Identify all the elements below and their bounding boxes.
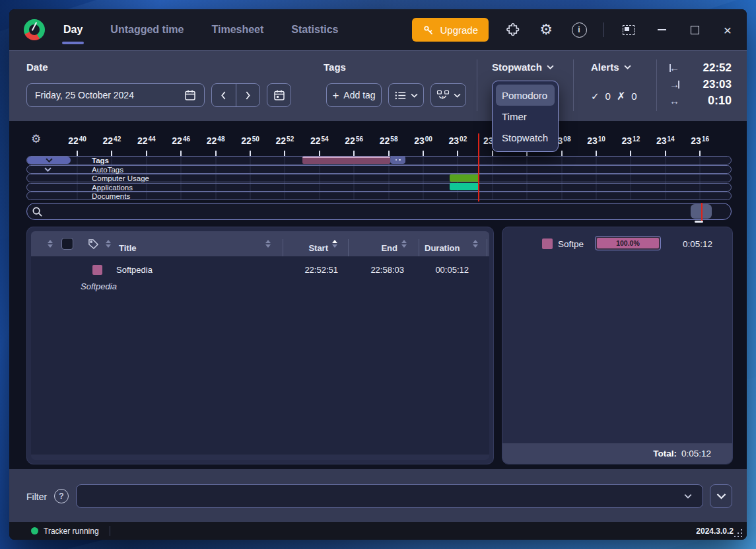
start-time-icon: ← [670,62,679,73]
tag-summary-panel: Softpe 100.0% 0:05:12 Total: 0:05:12 [502,227,733,464]
total-active-time: 0:10 [708,94,732,108]
tag-column-icon[interactable] [88,238,99,250]
tag-activity-bar[interactable] [302,157,390,164]
select-all-checkbox[interactable] [61,238,73,250]
sort-end-column[interactable] [401,240,407,248]
timeline-lane-computer-usage[interactable]: Computer Usage [26,174,732,182]
filter-expand-button[interactable] [710,484,732,508]
plus-icon: + [332,90,339,101]
minimize-button[interactable] [653,21,670,38]
application-activity-bar[interactable] [450,183,479,190]
upgrade-button[interactable]: Upgrade [412,18,489,42]
resize-grip[interactable] [741,529,743,531]
stopwatch-menu-button[interactable]: Stopwatch [492,61,554,73]
lane-label: Documents [92,192,130,200]
settings-gear-icon[interactable]: ⚙ [537,21,555,38]
app-version: 2024.3.0.2 [696,527,734,536]
info-icon[interactable]: i [570,21,588,38]
chevron-down-icon [624,65,631,69]
tab-statistics[interactable]: Statistics [291,24,338,36]
group-label: Softpedia [81,281,117,291]
chevron-down-icon[interactable] [44,167,52,172]
column-divider [419,239,419,256]
end-time-icon: → [670,79,679,90]
activity-table-panel: Title Start End Duration Softpedia 22:52… [26,227,494,464]
column-duration[interactable]: Duration [425,243,460,253]
timer-badge[interactable] [390,156,405,164]
maximize-button[interactable] [686,21,703,38]
tab-timesheet[interactable]: Timesheet [211,24,263,36]
filter-history-chevron-icon[interactable] [684,494,692,499]
transform-tags-icon: f [436,90,450,100]
filter-input[interactable] [76,484,703,508]
overview-current-time-line [701,203,703,221]
auto-tag-button[interactable]: f [430,83,466,107]
tab-day[interactable]: Day [63,24,83,36]
date-nav-group [211,83,260,107]
alerts-pass-count: 0 [605,91,611,102]
help-icon[interactable]: ? [54,489,69,503]
prev-day-button[interactable] [212,84,236,106]
summary-tag-label: Softpe [558,239,590,249]
next-day-button[interactable] [236,84,260,106]
toolbar-divider [656,59,657,111]
add-tag-button[interactable]: + Add tag [326,83,382,107]
cell-duration: 00:05:12 [416,265,469,275]
app-logo-icon [24,19,45,40]
plugins-icon[interactable] [504,21,522,38]
calendar-today-icon [273,89,285,101]
menu-item-pomodoro[interactable]: Pomodoro [496,85,555,106]
last-activity-row: → 23:03 [670,76,732,92]
sort-duration-column[interactable] [473,240,478,248]
sort-title-column[interactable] [265,240,271,248]
timeline-lane-applications[interactable]: Applications [26,183,732,192]
toolbar-divider [477,59,477,111]
menu-item-timer[interactable]: Timer [496,106,555,127]
lane-label: AutoTags [92,166,123,174]
percent-bar: 100.0% [595,236,661,250]
total-time-row: ↔ 0:10 [670,92,732,109]
sort-start-column[interactable] [332,240,337,248]
compact-mode-icon[interactable] [620,21,637,38]
duration-icon: ↔ [670,95,679,106]
tag-color-swatch [542,238,553,249]
day-overview-bar[interactable] [26,203,732,220]
menu-item-stopwatch[interactable]: Stopwatch [496,127,555,148]
overview-selection-handle[interactable] [695,221,703,223]
cross-icon: ✗ [617,90,625,102]
column-end[interactable]: End [355,243,397,253]
timeline-lane-documents[interactable]: Documents [26,192,732,200]
tab-untagged-time[interactable]: Untagged time [110,24,184,36]
titlebar: Day Untagged time Timesheet Statistics U… [9,9,747,50]
close-button[interactable]: × [719,21,736,38]
tag-list-button[interactable] [388,83,424,107]
tracker-status-dot [31,527,38,534]
total-label: Total: [653,449,677,458]
chevron-down-icon [411,93,418,98]
timeline-lane-autotags[interactable]: AutoTags [26,165,732,174]
horizontal-scrollbar[interactable] [31,455,489,460]
lane-label: Tags [92,157,109,165]
column-start[interactable]: Start [275,243,328,253]
cell-end: 22:58:03 [361,265,404,275]
lane-expander-tags[interactable] [27,157,71,164]
summary-total-bar: Total: 0:05:12 [502,443,732,464]
sort-tag-column[interactable] [106,240,111,248]
sort-color-column[interactable] [48,240,53,248]
key-icon [423,24,434,36]
column-divider [348,239,349,256]
date-value: Friday, 25 October 2024 [35,90,134,100]
column-title[interactable]: Title [119,243,137,253]
first-activity-time: 22:52 [703,61,732,75]
alert-counts: ✓ 0 ✗ 0 [591,90,637,102]
app-window: Day Untagged time Timesheet Statistics U… [9,9,747,540]
computer-usage-bar[interactable] [450,174,479,182]
date-input[interactable]: Friday, 25 October 2024 [26,83,205,107]
status-divider [110,526,110,536]
alerts-menu-button[interactable]: Alerts [591,61,631,73]
current-time-line [478,133,479,201]
timeline-settings-gear-icon[interactable]: ⚙ [31,133,41,145]
today-button[interactable] [267,83,291,107]
zoom-magnifier-icon[interactable] [32,206,43,217]
percent-value: 100.0% [596,239,660,247]
